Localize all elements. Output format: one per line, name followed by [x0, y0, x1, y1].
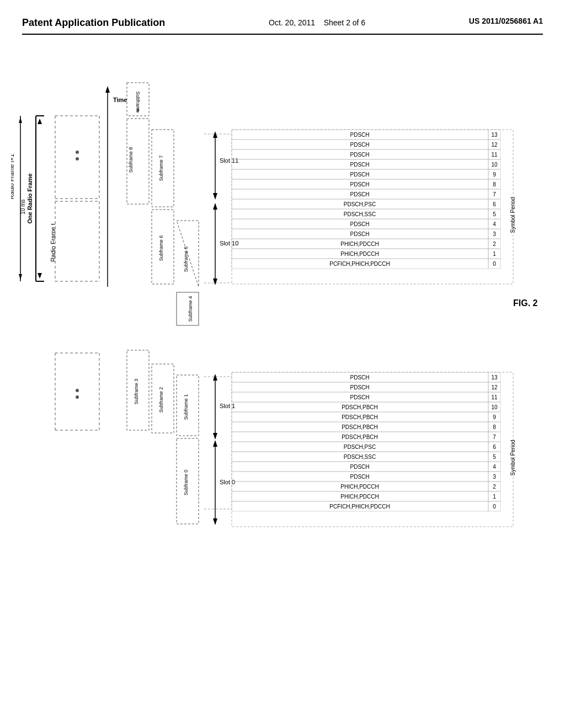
- svg-text:PHICH,PDCCH: PHICH,PDCCH: [340, 241, 379, 247]
- svg-text:7: 7: [493, 434, 496, 440]
- lower-channel-table: PDSCH 13 PDSCH 12 PDSCH 11 PDSCH,PBCH 10…: [232, 372, 516, 511]
- svg-text:PDSCH,PBCH: PDSCH,PBCH: [342, 434, 378, 440]
- radio-frame-t-plus-label: Radio Frame t+1: [11, 154, 15, 199]
- svg-point-99: [76, 389, 79, 392]
- svg-marker-37: [213, 279, 217, 285]
- svg-text:5: 5: [493, 211, 496, 217]
- svg-text:PDSCH: PDSCH: [350, 374, 369, 381]
- svg-text:Subframe 1: Subframe 1: [183, 394, 189, 420]
- svg-text:Subframe 8: Subframe 8: [128, 147, 134, 173]
- svg-text:9: 9: [493, 414, 496, 420]
- svg-text:9: 9: [136, 107, 139, 113]
- slot0-label: Slot 0: [220, 479, 235, 485]
- svg-text:1: 1: [493, 251, 496, 257]
- svg-marker-19: [105, 86, 110, 93]
- svg-text:12: 12: [491, 384, 498, 390]
- svg-text:PDSCH: PDSCH: [350, 464, 369, 470]
- svg-marker-4: [38, 119, 42, 124]
- svg-text:9: 9: [493, 172, 496, 178]
- svg-text:PCFICH,PHICH,PDCCH: PCFICH,PHICH,PDCCH: [329, 261, 390, 267]
- svg-text:PDSCH: PDSCH: [350, 162, 369, 168]
- svg-text:1: 1: [493, 494, 496, 500]
- svg-text:13: 13: [491, 374, 498, 381]
- symbol-period-upper: Symbol Period: [510, 197, 516, 233]
- svg-text:Subframe 3: Subframe 3: [134, 379, 139, 405]
- svg-text:PDSCH: PDSCH: [350, 221, 369, 227]
- svg-text:PDSCH: PDSCH: [350, 172, 369, 178]
- svg-text:PDSCH: PDSCH: [350, 132, 369, 138]
- svg-text:PDSCH,PSC: PDSCH,PSC: [344, 201, 376, 207]
- one-radio-frame-label: One Radio Frame: [26, 173, 33, 223]
- svg-text:11: 11: [491, 394, 498, 400]
- svg-text:Subframe 2: Subframe 2: [158, 387, 164, 413]
- svg-text:0: 0: [493, 261, 496, 267]
- svg-text:Subframe 5: Subframe 5: [183, 247, 189, 272]
- pub-date: Oct. 20, 2011: [269, 18, 315, 27]
- svg-text:3: 3: [493, 474, 496, 480]
- svg-text:PHICH,PDCCH: PHICH,PDCCH: [340, 251, 379, 257]
- svg-point-100: [76, 395, 79, 399]
- svg-text:PDSCH: PDSCH: [350, 142, 369, 148]
- page: Patent Application Publication Oct. 20, …: [0, 0, 565, 728]
- svg-text:Subframe 6: Subframe 6: [158, 235, 164, 261]
- svg-marker-7: [19, 274, 22, 280]
- svg-text:3: 3: [493, 231, 496, 237]
- svg-text:13: 13: [491, 132, 498, 138]
- patent-number: US 2011/0256861 A1: [469, 17, 543, 25]
- svg-text:PDSCH: PDSCH: [350, 231, 369, 237]
- svg-text:10: 10: [491, 404, 498, 410]
- slot11-label: Slot 11: [220, 157, 238, 164]
- svg-text:10: 10: [491, 162, 498, 168]
- publication-title: Patent Application Publication: [22, 17, 165, 29]
- svg-marker-33: [213, 131, 217, 138]
- upper-channel-table: PDSCH 13 PDSCH 12 PDSCH 11 PDSCH 10 PDSC…: [232, 130, 516, 269]
- svg-text:0: 0: [493, 504, 496, 510]
- symbol-period-lower: Symbol Period: [510, 440, 516, 475]
- svg-text:11: 11: [491, 152, 498, 158]
- svg-text:PDSCH: PDSCH: [350, 191, 369, 197]
- svg-text:Subframe 4: Subframe 4: [188, 296, 193, 322]
- svg-text:8: 8: [493, 424, 496, 430]
- svg-text:Subframe 7: Subframe 7: [158, 156, 164, 181]
- svg-text:8: 8: [493, 181, 496, 188]
- svg-text:PDSCH,PBCH: PDSCH,PBCH: [342, 404, 378, 410]
- svg-text:4: 4: [493, 464, 496, 470]
- svg-marker-110: [213, 374, 217, 381]
- slot1-label: Slot 1: [220, 403, 235, 409]
- svg-text:PDSCH: PDSCH: [350, 152, 369, 158]
- svg-marker-3: [38, 273, 42, 279]
- svg-marker-111: [213, 433, 217, 440]
- svg-text:12: 12: [491, 142, 498, 148]
- main-diagram: One Radio Frame 10 ms Radio Frame t+1 Ra…: [11, 44, 563, 717]
- svg-text:PHICH,PDCCH: PHICH,PDCCH: [340, 484, 379, 490]
- svg-text:2: 2: [493, 484, 496, 490]
- svg-text:PDSCH,PSC: PDSCH,PSC: [344, 444, 376, 450]
- svg-text:PCFICH,PHICH,PDCCH: PCFICH,PHICH,PDCCH: [329, 504, 390, 510]
- svg-text:PDSCH: PDSCH: [350, 181, 369, 188]
- sheet-info: Sheet 2 of 6: [324, 18, 366, 27]
- svg-marker-6: [19, 117, 22, 123]
- time-label: Time: [113, 97, 127, 103]
- svg-marker-113: [213, 440, 217, 447]
- svg-text:PDSCH: PDSCH: [350, 394, 369, 400]
- header-center: Oct. 20, 2011 Sheet 2 of 6: [269, 17, 365, 29]
- svg-text:6: 6: [493, 201, 496, 207]
- page-header: Patent Application Publication Oct. 20, …: [22, 17, 543, 35]
- svg-text:5: 5: [493, 454, 496, 460]
- svg-marker-36: [213, 203, 217, 210]
- svg-text:2: 2: [493, 241, 496, 247]
- svg-text:PDSCH: PDSCH: [350, 474, 369, 480]
- svg-marker-34: [213, 193, 217, 200]
- slot10-label: Slot 10: [220, 240, 238, 247]
- svg-text:PDSCH,SSC: PDSCH,SSC: [344, 454, 376, 460]
- svg-text:PDSCH,PBCH: PDSCH,PBCH: [342, 424, 378, 430]
- svg-text:4: 4: [493, 221, 496, 227]
- svg-text:7: 7: [493, 191, 496, 197]
- fig-label: FIG. 2: [513, 298, 538, 308]
- svg-text:PDSCH,SSC: PDSCH,SSC: [344, 211, 376, 217]
- svg-marker-114: [213, 518, 217, 525]
- svg-text:PHICH,PDCCH: PHICH,PDCCH: [340, 494, 379, 500]
- svg-point-13: [76, 157, 79, 160]
- svg-text:PDSCH,PBCH: PDSCH,PBCH: [342, 414, 378, 420]
- svg-text:6: 6: [493, 444, 496, 450]
